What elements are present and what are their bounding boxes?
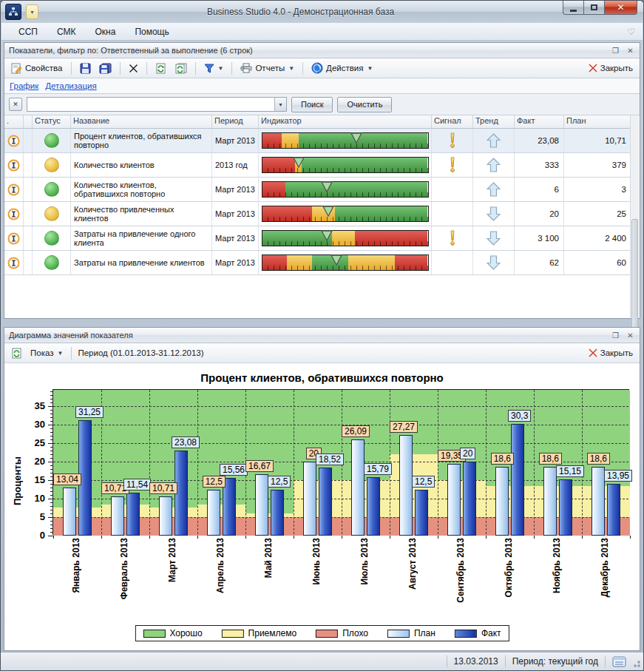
menu-smk[interactable]: СМК — [47, 24, 86, 39]
table-row[interactable]: Количество клиентов2013 год333379 — [4, 153, 631, 178]
column-header-Тренд[interactable]: Тренд — [473, 115, 515, 128]
legend-swatch-bad — [316, 630, 338, 638]
status-info-icon[interactable] — [612, 656, 626, 667]
x-axis-label: Июль 2013 — [359, 538, 371, 619]
indicators-panel: Показатели, фильтр по: Ответственный за … — [4, 42, 640, 319]
reports-button[interactable]: Отчеты ▼ — [238, 61, 296, 75]
save-all-button[interactable] — [97, 61, 114, 75]
search-input[interactable] — [27, 98, 274, 111]
plan-bar — [255, 474, 268, 536]
show-dropdown-button[interactable]: Показ ▼ — [28, 347, 65, 359]
plan-bar — [495, 467, 509, 536]
table-scrollbar[interactable] — [630, 115, 639, 317]
favorites-heart-icon[interactable]: ♡ — [627, 27, 635, 37]
filter-funnel-icon — [204, 64, 214, 73]
delete-button[interactable] — [126, 62, 140, 75]
zone-bad — [101, 517, 149, 536]
table-row[interactable]: Процент клиентов, обратившихся повторноМ… — [4, 129, 631, 153]
refresh-all-button[interactable] — [172, 61, 189, 75]
table-row[interactable]: Затраты на привлечение клиентовМарт 2013… — [4, 251, 631, 275]
chart-close-button[interactable]: Закрыть — [586, 347, 635, 359]
status-yellow-circle — [44, 158, 59, 172]
signal-cell — [432, 153, 473, 177]
info-icon — [7, 257, 20, 269]
column-header-Название[interactable]: Название — [71, 115, 212, 128]
plan-value: 3 — [564, 178, 631, 201]
panel-maximize-icon[interactable]: ❐ — [611, 331, 620, 340]
plan-value-label: 18,6 — [587, 453, 610, 465]
column-header-Сигнал[interactable]: Сигнал — [432, 115, 473, 128]
zone-acceptable — [53, 508, 101, 517]
clear-filter-icon[interactable]: ✕ — [9, 98, 22, 111]
refresh-all-icon — [174, 63, 187, 74]
close-button[interactable]: ✕ — [604, 1, 637, 15]
zone-acceptable — [486, 486, 534, 517]
menu-windows[interactable]: Окна — [86, 24, 126, 39]
v-gridline — [582, 390, 583, 534]
search-button[interactable]: Поиск — [291, 97, 333, 112]
chart-period-label: Период (01.01.2013-31.12.2013) — [78, 348, 203, 357]
resize-grip[interactable] — [631, 658, 641, 668]
clear-button[interactable]: Очистить — [337, 97, 392, 112]
plan-value: 379 — [564, 153, 631, 177]
v-gridline — [534, 390, 535, 534]
trend-up-icon — [487, 182, 501, 197]
table-row[interactable]: Количество привлеченных клиентовМарт 201… — [4, 202, 631, 226]
search-dropdown-icon[interactable]: ▼ — [274, 98, 286, 111]
table-row[interactable]: Количество клиентов, обратившихся повтор… — [4, 178, 631, 202]
panel-maximize-icon[interactable]: ❐ — [611, 47, 620, 55]
quick-access-dropdown[interactable]: ▾ — [26, 4, 38, 19]
chart-area: Процент клиентов, обратившихся повторно … — [6, 365, 638, 649]
refresh-icon — [11, 348, 22, 359]
plan-value-label: 16,67 — [245, 460, 274, 472]
row-info-cell[interactable] — [4, 178, 24, 201]
indicator-marker — [331, 254, 342, 269]
detail-link[interactable]: Детализация — [45, 81, 96, 90]
chart-refresh-button[interactable] — [9, 346, 24, 360]
menu-ssp[interactable]: ССП — [9, 24, 47, 39]
panel-close-icon[interactable]: ✕ — [626, 47, 635, 55]
fact-value-label: 13,95 — [604, 470, 632, 482]
properties-button[interactable]: Свойства — [9, 61, 65, 75]
close-panel-button[interactable]: Закрыть — [586, 62, 635, 74]
x-axis-label: Ноябрь 2013 — [552, 538, 563, 619]
y-tick — [50, 428, 53, 429]
column-header-1[interactable] — [24, 115, 33, 128]
maximize-button[interactable] — [584, 1, 604, 15]
chart-toolbar: Показ ▼ Период (01.01.2013-31.12.2013) З… — [4, 343, 640, 363]
minimize-button[interactable] — [563, 1, 584, 15]
menu-help[interactable]: Помощь — [125, 24, 178, 39]
row-info-cell[interactable] — [4, 129, 24, 152]
actions-button[interactable]: Действия ▼ — [309, 61, 375, 75]
indicator-marker-icon — [350, 132, 362, 144]
column-header-Период[interactable]: Период — [212, 115, 259, 128]
column-header-Статус[interactable]: Статус — [33, 115, 71, 128]
row-info-cell[interactable] — [4, 202, 24, 226]
row-info-cell[interactable] — [4, 226, 24, 250]
x-axis-label: Март 2013 — [167, 538, 179, 619]
v-gridline — [197, 390, 198, 534]
plan-bar — [207, 490, 220, 536]
indicator-period: Март 2013 — [212, 178, 259, 201]
window-title: Business Studio 4.0 - Демонстрационная б… — [38, 7, 563, 17]
printer-icon — [240, 63, 252, 73]
column-header-.[interactable]: . — [4, 115, 24, 128]
column-header-Индикатор[interactable]: Индикатор — [259, 115, 432, 128]
plan-value: 10,71 — [564, 129, 631, 152]
refresh-button[interactable] — [153, 61, 169, 75]
panel-close-icon[interactable]: ✕ — [626, 331, 635, 340]
zone-acceptable — [534, 486, 582, 517]
table-row[interactable]: Затраты на привлечение одного клиентаМар… — [4, 226, 631, 251]
graph-link[interactable]: График — [10, 81, 38, 90]
filter-button[interactable]: ▼ — [202, 62, 226, 75]
row-info-cell[interactable] — [4, 153, 24, 177]
row-info-cell[interactable] — [4, 251, 24, 274]
column-header-План[interactable]: План — [564, 115, 631, 128]
status-date: 13.03.2013 — [454, 656, 498, 667]
indicators-toolbar: Свойства ▼ — [4, 58, 640, 78]
column-header-Факт[interactable]: Факт — [515, 115, 564, 128]
save-button[interactable] — [78, 61, 93, 75]
y-tick — [50, 469, 53, 470]
status-cell — [33, 202, 71, 226]
y-tick — [50, 491, 53, 492]
